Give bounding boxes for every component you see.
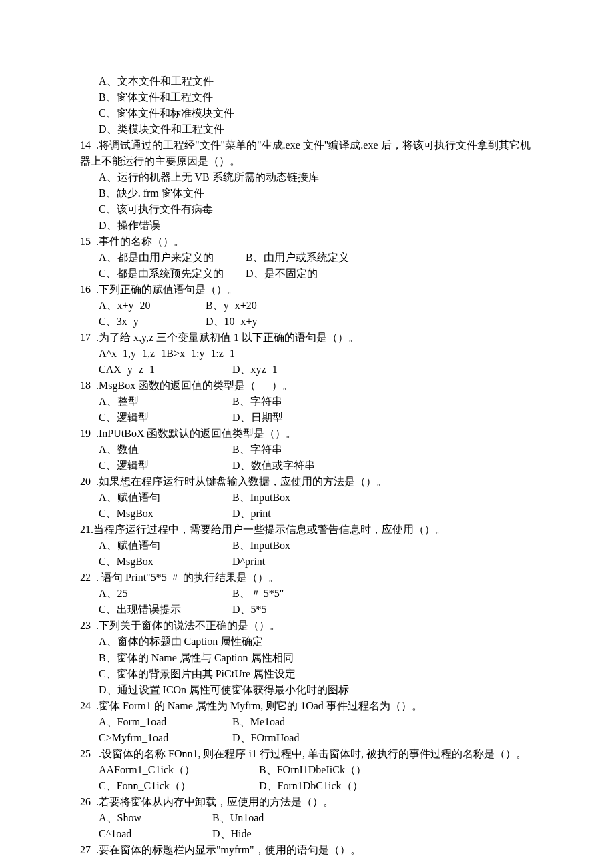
q14-opt-c: C、该可执行文件有病毒 (80, 201, 534, 218)
q20-stem: 20 .如果想在程序运行时从键盘输入数据，应使用的方法是（）。 (80, 474, 534, 490)
q20-row1: A、赋值语句 B、InputBox (80, 490, 534, 506)
q16-opt-b: B、y=x+20 (206, 298, 257, 314)
q16-opt-d: D、10=x+y (206, 314, 258, 330)
q17-row1: A^x=1,y=1,z=1B>x=1:y=1:z=1 (80, 346, 534, 362)
q25-opt-a: AAForm1_C1ick（） (99, 762, 259, 778)
q19-opt-a: A、数值 (99, 442, 232, 458)
q25-stem: 25 .设窗体的名称 FOnn1, 则在程序 i1 行过程中, 单击窗体时, 被… (80, 746, 534, 762)
q24-opt-a: A、Form_1oad (99, 714, 232, 730)
q26-stem: 26 .若要将窗体从内存中卸载，应使用的方法是（）。 (80, 794, 534, 810)
q15-opt-a: A、都是由用户来定义的 (99, 250, 246, 266)
q17-stem: 17 .为了给 x,y,z 三个变量赋初值 1 以下正确的语句是（）。 (80, 330, 534, 346)
q18-opt-d: D、日期型 (232, 410, 283, 426)
q25-opt-d: D、Forn1DbC1ick（） (259, 778, 363, 794)
q22-opt-c: C、出现错误提示 (99, 602, 232, 618)
q16-opt-c: C、3x=y (99, 314, 206, 330)
q24-opt-c: C>Myfrm_1oad (99, 730, 232, 746)
q14-opt-a: A、运行的机器上无 VB 系统所需的动态链接库 (80, 169, 534, 185)
q22-opt-a: A、25 (99, 586, 232, 602)
q14-opt-b: B、缺少. frm 窗体文件 (80, 185, 534, 201)
q18-row1: A、整型 B、字符串 (80, 394, 534, 410)
q18-opt-b: B、字符串 (232, 394, 282, 410)
q17-opt-c: CAX=y=z=1 (99, 362, 232, 378)
q27-stem: 27 .要在窗体的标题栏内显示"myfrm"，使用的语句是（）。 (80, 842, 534, 858)
q26-row1: A、Show B、Un1oad (80, 810, 534, 826)
q22-opt-b: B、〃 5*5" (232, 586, 284, 602)
q21-row2: C、MsgBox D^print (80, 554, 534, 570)
q21-opt-d: D^print (232, 554, 265, 570)
q18-stem: 18 .MsgBox 函数的返回值的类型是（ ）。 (80, 378, 534, 394)
q25-opt-c: C、Fonn_C1ick（） (99, 778, 259, 794)
q23-opt-a: A、窗体的标题由 Caption 属性确定 (80, 634, 534, 650)
q16-opt-a: A、x+y=20 (99, 298, 206, 314)
q26-opt-a: A、Show (99, 810, 212, 826)
q25-row1: AAForm1_C1ick（） B、FOrnI1DbeIiCk（） (80, 762, 534, 778)
q19-stem: 19 .InPUtBoX 函数默认的返回值类型是（）。 (80, 426, 534, 442)
q15-opt-d: D、是不固定的 (246, 266, 318, 282)
q21-opt-c: C、MsgBox (99, 554, 232, 570)
q13-opt-b: B、窗体文件和工程文件 (80, 89, 534, 105)
q20-row2: C、MsgBox D、print (80, 506, 534, 522)
q15-opt-c: C、都是由系统预先定义的 (99, 266, 246, 282)
q24-stem: 24 .窗体 Form1 的 Name 属性为 Myfrm, 则它的 1Oad … (80, 698, 534, 714)
q15-row1: A、都是由用户来定义的 B、由用户或系统定义 (80, 250, 534, 266)
q26-row2: C^1oad D、Hide (80, 826, 534, 842)
q20-opt-c: C、MsgBox (99, 506, 232, 522)
q24-row1: A、Form_1oad B、Me1oad (80, 714, 534, 730)
q21-row1: A、赋值语句 B、InputBox (80, 538, 534, 554)
q16-stem: 16 .下列正确的赋值语句是（）。 (80, 282, 534, 298)
q21-opt-a: A、赋值语句 (99, 538, 232, 554)
q22-row2: C、出现错误提示 D、5*5 (80, 602, 534, 618)
q15-stem: 15 .事件的名称（）。 (80, 234, 534, 250)
q16-row1: A、x+y=20 B、y=x+20 (80, 298, 534, 314)
q13-opt-a: A、文本文件和工程文件 (80, 73, 534, 89)
q25-opt-b: B、FOrnI1DbeIiCk（） (259, 762, 366, 778)
q19-opt-c: C、逻辑型 (99, 458, 232, 474)
q19-opt-d: D、数值或字符串 (232, 458, 315, 474)
q21-opt-b: B、InputBox (232, 538, 290, 554)
q17-row2: CAX=y=z=1 D、xyz=1 (80, 362, 534, 378)
q16-row2: C、3x=y D、10=x+y (80, 314, 534, 330)
q22-opt-d: D、5*5 (232, 602, 267, 618)
q23-stem: 23 .下列关于窗体的说法不正确的是（）。 (80, 618, 534, 634)
q21-stem: 21.当程序运行过程中，需要给用户一些提示信息或警告信息时，应使用（）。 (80, 522, 534, 538)
q19-row2: C、逻辑型 D、数值或字符串 (80, 458, 534, 474)
q25-row2: C、Fonn_C1ick（） D、Forn1DbC1ick（） (80, 778, 534, 794)
q15-opt-b: B、由用户或系统定义 (246, 250, 349, 266)
q24-row2: C>Myfrm_1oad D、FOrmIJoad (80, 730, 534, 746)
q23-opt-d: D、通过设置 ICOn 属性可使窗体获得最小化时的图标 (80, 682, 534, 698)
q20-opt-b: B、InputBox (232, 490, 290, 506)
q24-opt-d: D、FOrmIJoad (232, 730, 299, 746)
q18-opt-a: A、整型 (99, 394, 232, 410)
q22-stem: 22 . 语句 Print"5*5 〃 的执行结果是（）。 (80, 570, 534, 586)
q17-opt-d: D、xyz=1 (232, 362, 278, 378)
q23-opt-c: C、窗体的背景图片由其 PiCtUre 属性设定 (80, 666, 534, 682)
q20-opt-a: A、赋值语句 (99, 490, 232, 506)
q19-row1: A、数值 B、字符串 (80, 442, 534, 458)
q13-opt-d: D、类模块文件和工程文件 (80, 121, 534, 137)
q23-opt-b: B、窗体的 Name 属性与 Caption 属性相同 (80, 650, 534, 666)
q15-row2: C、都是由系统预先定义的 D、是不固定的 (80, 266, 534, 282)
q26-opt-b: B、Un1oad (212, 810, 264, 826)
q14-opt-d: D、操作错误 (80, 218, 534, 234)
q26-opt-d: D、Hide (212, 826, 252, 842)
q14-stem: 14 .将调试通过的工程经"文件"菜单的"生成.exe 文件"编译成.exe 后… (80, 137, 534, 169)
q18-opt-c: C、逻辑型 (99, 410, 232, 426)
q22-row1: A、25 B、〃 5*5" (80, 586, 534, 602)
q13-opt-c: C、窗体文件和标准模块文件 (80, 105, 534, 121)
q19-opt-b: B、字符串 (232, 442, 282, 458)
q18-row2: C、逻辑型 D、日期型 (80, 410, 534, 426)
q26-opt-c: C^1oad (99, 826, 212, 842)
q20-opt-d: D、print (232, 506, 271, 522)
q24-opt-b: B、Me1oad (232, 714, 285, 730)
